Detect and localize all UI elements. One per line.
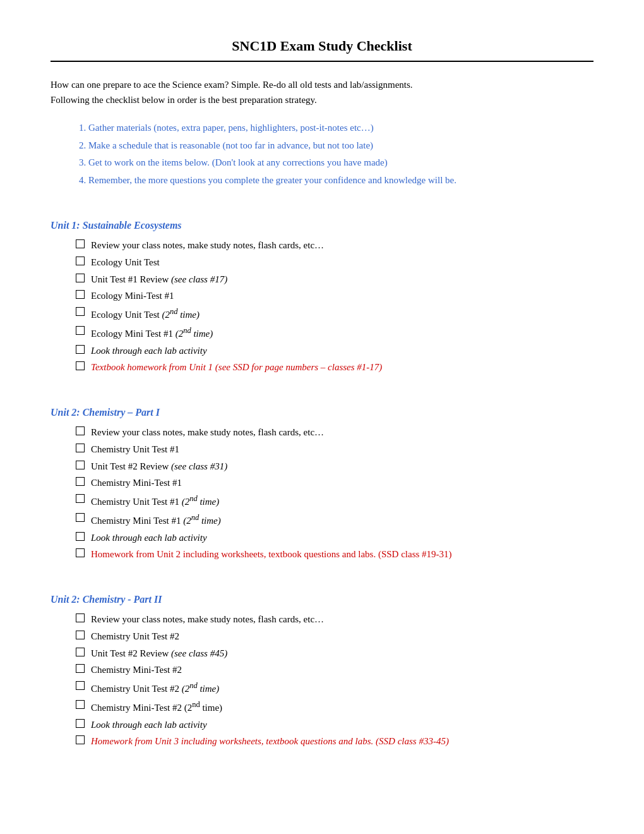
list-item[interactable]: Look through each lab activity (76, 530, 593, 546)
list-item[interactable]: Ecology Unit Test (2nd time) (76, 305, 593, 323)
checkbox[interactable] (76, 513, 85, 522)
item-text: Ecology Mini Test #1 (2nd time) (91, 324, 593, 342)
item-text: Unit Test #2 Review (see class #31) (91, 459, 593, 474)
checkbox[interactable] (76, 664, 85, 673)
item-text: Chemistry Mini-Test #2 (2nd time) (91, 698, 593, 716)
preparation-steps: Gather materials (notes, extra paper, pe… (88, 120, 593, 188)
item-text: Textbook homework from Unit 1 (see SSD f… (91, 360, 593, 375)
list-item[interactable]: Chemistry Mini-Test #2 (2nd time) (76, 698, 593, 716)
checkbox[interactable] (76, 648, 85, 656)
item-text: Chemistry Mini-Test #2 (91, 662, 593, 678)
step-2: Make a schedule that is reasonable (not … (88, 138, 593, 154)
list-item[interactable]: Look through each lab activity (76, 343, 593, 359)
list-item[interactable]: Ecology Mini Test #1 (2nd time) (76, 324, 593, 342)
item-text: Chemistry Unit Test #1 (91, 442, 593, 457)
list-item[interactable]: Review your class notes, make study note… (76, 238, 593, 253)
unit-2-part2-section: Unit 2: Chemistry - Part II Review your … (51, 594, 593, 749)
intro-line2: Following the checklist below in order i… (51, 95, 317, 105)
checkbox[interactable] (76, 257, 85, 265)
step-3: Get to work on the items below. (Don't l… (88, 155, 593, 171)
item-text: Review your class notes, make study note… (91, 238, 593, 253)
list-item[interactable]: Chemistry Mini Test #1 (2nd time) (76, 511, 593, 529)
item-text: Ecology Unit Test (2nd time) (91, 305, 593, 323)
unit-2-part1-section: Unit 2: Chemistry – Part I Review your c… (51, 407, 593, 562)
list-item[interactable]: Unit Test #2 Review (see class #31) (76, 459, 593, 474)
unit-2-part2-checklist: Review your class notes, make study note… (76, 612, 593, 749)
list-item[interactable]: Review your class notes, make study note… (76, 425, 593, 440)
item-text: Look through each lab activity (91, 717, 593, 733)
checkbox[interactable] (76, 290, 85, 299)
list-item[interactable]: Chemistry Mini-Test #1 (76, 475, 593, 491)
unit-1-section: Unit 1: Sustainable Ecosystems Review yo… (51, 220, 593, 375)
item-text: Ecology Mini-Test #1 (91, 288, 593, 304)
checkbox[interactable] (76, 444, 85, 452)
intro-line1: How can one prepare to ace the Science e… (51, 80, 413, 90)
item-text: Chemistry Unit Test #2 (91, 629, 593, 644)
list-item[interactable]: Homework from Unit 3 including worksheet… (76, 734, 593, 749)
intro-paragraph: How can one prepare to ace the Science e… (51, 77, 593, 107)
checkbox[interactable] (76, 494, 85, 503)
checkbox[interactable] (76, 719, 85, 728)
checkbox[interactable] (76, 681, 85, 690)
list-item[interactable]: Textbook homework from Unit 1 (see SSD f… (76, 360, 593, 375)
item-text: Chemistry Unit Test #1 (2nd time) (91, 492, 593, 510)
list-item[interactable]: Chemistry Unit Test #2 (2nd time) (76, 679, 593, 697)
item-text: Look through each lab activity (91, 530, 593, 546)
list-item[interactable]: Ecology Unit Test (76, 255, 593, 270)
checkbox[interactable] (76, 345, 85, 354)
step-1: Gather materials (notes, extra paper, pe… (88, 120, 593, 136)
list-item[interactable]: Unit Test #1 Review (see class #17) (76, 272, 593, 287)
page-title: SNC1D Exam Study Checklist (51, 38, 593, 62)
list-item[interactable]: Review your class notes, make study note… (76, 612, 593, 627)
checkbox[interactable] (76, 548, 85, 557)
list-item[interactable]: Chemistry Unit Test #2 (76, 629, 593, 644)
unit-2-part1-title: Unit 2: Chemistry – Part I (51, 407, 593, 418)
item-text: Review your class notes, make study note… (91, 425, 593, 440)
step-4: Remember, the more questions you complet… (88, 172, 593, 189)
checkbox[interactable] (76, 735, 85, 744)
checkbox[interactable] (76, 307, 85, 316)
checkbox[interactable] (76, 426, 85, 435)
item-text: Ecology Unit Test (91, 255, 593, 270)
checkbox[interactable] (76, 239, 85, 248)
item-text: Unit Test #1 Review (see class #17) (91, 272, 593, 287)
item-text: Chemistry Mini-Test #1 (91, 475, 593, 491)
item-text: Review your class notes, make study note… (91, 612, 593, 627)
checkbox[interactable] (76, 532, 85, 541)
checkbox[interactable] (76, 361, 85, 370)
checkbox[interactable] (76, 326, 85, 335)
checkbox[interactable] (76, 700, 85, 709)
list-item[interactable]: Homework from Unit 2 including worksheet… (76, 547, 593, 562)
item-text: Unit Test #2 Review (see class #45) (91, 646, 593, 662)
checkbox[interactable] (76, 461, 85, 469)
list-item[interactable]: Unit Test #2 Review (see class #45) (76, 646, 593, 662)
unit-2-part1-checklist: Review your class notes, make study note… (76, 425, 593, 562)
unit-1-title: Unit 1: Sustainable Ecosystems (51, 220, 593, 231)
checkbox[interactable] (76, 631, 85, 639)
list-item[interactable]: Ecology Mini-Test #1 (76, 288, 593, 304)
item-text: Chemistry Mini Test #1 (2nd time) (91, 511, 593, 529)
list-item[interactable]: Chemistry Unit Test #1 (2nd time) (76, 492, 593, 510)
list-item[interactable]: Chemistry Mini-Test #2 (76, 662, 593, 678)
item-text: Homework from Unit 3 including worksheet… (91, 734, 593, 749)
checkbox[interactable] (76, 477, 85, 486)
item-text: Look through each lab activity (91, 343, 593, 359)
list-item[interactable]: Chemistry Unit Test #1 (76, 442, 593, 457)
checkbox[interactable] (76, 274, 85, 282)
unit-1-checklist: Review your class notes, make study note… (76, 238, 593, 375)
item-text: Chemistry Unit Test #2 (2nd time) (91, 679, 593, 697)
checkbox[interactable] (76, 613, 85, 622)
item-text: Homework from Unit 2 including worksheet… (91, 547, 593, 562)
list-item[interactable]: Look through each lab activity (76, 717, 593, 733)
unit-2-part2-title: Unit 2: Chemistry - Part II (51, 594, 593, 605)
